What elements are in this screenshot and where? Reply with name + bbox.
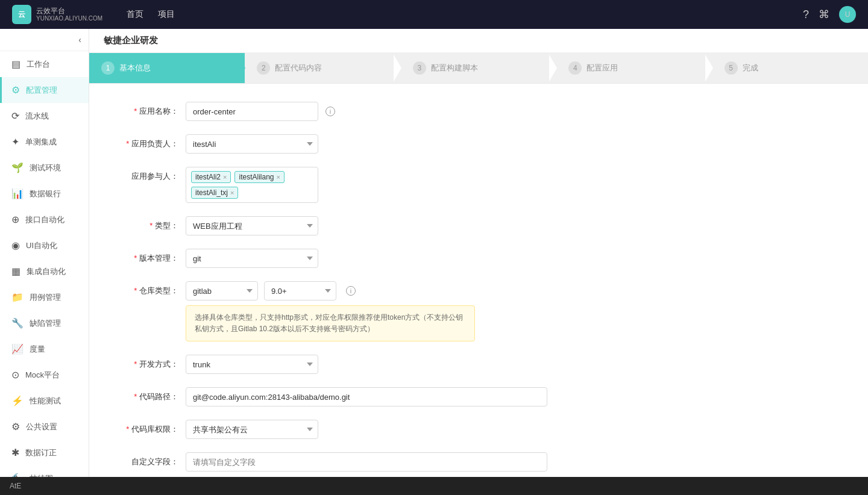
repo-version-select[interactable]: 9.0+ <box>264 281 336 300</box>
user-avatar[interactable]: U <box>839 6 856 23</box>
logo: 云 云效平台 YUNXIAO.ALIYUN.COM <box>12 5 102 24</box>
code-path-input[interactable] <box>186 387 547 406</box>
sidebar-item-perf[interactable]: ⚡ 性能测试 <box>0 388 89 414</box>
dev-mode-select[interactable]: trunk <box>186 355 318 374</box>
step-1-num: 1 <box>101 61 115 75</box>
repo-perm-row: 代码库权限： 共享书架公有云 <box>113 420 608 439</box>
custom-field-input[interactable] <box>186 452 547 472</box>
test-env-icon: 🌱 <box>11 162 24 173</box>
code-path-label: 代码路径： <box>113 387 186 402</box>
tag-label-1: itestAlilang <box>239 173 274 181</box>
sidebar-label-defect: 缺陷管理 <box>30 318 61 329</box>
unit-test-icon: ✦ <box>11 136 19 148</box>
help-icon[interactable]: ? <box>803 8 809 21</box>
page-title: 敏捷企业研发 <box>104 35 158 45</box>
sidebar-toggle[interactable]: ‹ <box>0 29 89 51</box>
custom-field-row: 自定义字段： <box>113 452 608 472</box>
sidebar-item-data-bank[interactable]: 📊 数据银行 <box>0 181 89 207</box>
step-3-arrow <box>549 53 564 83</box>
step-3-num: 3 <box>413 61 426 75</box>
sidebar-item-ui-auto[interactable]: ◉ UI自动化 <box>0 232 89 258</box>
step-3: 3 配置构建脚本 <box>401 53 556 83</box>
tag-label-2: itestAli_txj <box>195 188 228 197</box>
api-auto-icon: ⊕ <box>11 214 19 225</box>
sidebar-item-api-auto[interactable]: ⊕ 接口自动化 <box>0 207 89 232</box>
app-owner-select[interactable]: itestAli <box>186 134 318 154</box>
repo-type-info-icon[interactable]: i <box>346 286 356 296</box>
tag-label-0: itestAli2 <box>195 173 221 181</box>
sidebar-item-mock[interactable]: ⊙ Mock平台 <box>0 362 89 388</box>
sidebar-label-ui-auto: UI自动化 <box>26 240 57 251</box>
repo-type-row: 仓库类型： gitlab 9.0+ i 选择具体仓库类型，只支持http形式，对… <box>113 281 608 341</box>
mock-icon: ⊙ <box>11 369 19 381</box>
sidebar-item-usecase[interactable]: 📁 用例管理 <box>0 284 89 310</box>
sidebar-item-test-env[interactable]: 🌱 测试环境 <box>0 155 89 181</box>
step-4-arrow <box>705 53 720 83</box>
sidebar-item-settings[interactable]: ⚙ 公共设置 <box>0 414 89 440</box>
tag-close-1[interactable]: × <box>277 173 280 181</box>
repo-perm-label: 代码库权限： <box>113 420 186 435</box>
version-label: 版本管理： <box>113 249 186 264</box>
sidebar-label-config: 配置管理 <box>26 85 57 96</box>
sidebar-item-unit-test[interactable]: ✦ 单测集成 <box>0 129 89 155</box>
step-1: 1 基本信息 <box>89 53 245 83</box>
defect-icon: 🔧 <box>11 317 24 329</box>
tag-close-2[interactable]: × <box>230 189 234 196</box>
tag-member-1: itestAlilang × <box>234 171 284 183</box>
sidebar-label-settings: 公共设置 <box>26 422 57 432</box>
app-members-row: 应用参与人： itestAli2 × itestAlilang × itestA… <box>113 167 608 203</box>
sidebar: ‹ ▤ 工作台 ⚙ 配置管理 ⟳ 流水线 ✦ 单测集成 🌱 测试环境 📊 数据银… <box>0 29 89 495</box>
config-icon: ⚙ <box>11 84 20 96</box>
sidebar-label-mock: Mock平台 <box>25 370 60 381</box>
custom-field-field <box>186 452 608 472</box>
sidebar-label-unit-test: 单测集成 <box>25 137 57 148</box>
sidebar-item-workbench[interactable]: ▤ 工作台 <box>0 51 89 77</box>
step-5-num: 5 <box>725 61 738 75</box>
app-owner-label: 应用负责人： <box>113 134 186 149</box>
code-path-field <box>186 387 608 406</box>
tag-close-0[interactable]: × <box>223 173 227 181</box>
tag-member-2: itestAli_txj × <box>191 187 238 199</box>
type-row: 类型： WEB应用工程 <box>113 216 608 235</box>
app-name-input[interactable] <box>186 102 318 121</box>
step-3-label: 配置构建脚本 <box>431 63 478 73</box>
nav-project[interactable]: 项目 <box>158 9 175 20</box>
step-4-num: 4 <box>568 61 582 75</box>
app-name-label: 应用名称： <box>113 102 186 117</box>
data-bank-icon: 📊 <box>11 188 24 199</box>
repo-type-selects: gitlab 9.0+ i <box>186 281 608 300</box>
repo-perm-select[interactable]: 共享书架公有云 <box>186 420 318 439</box>
sidebar-label-workbench: 工作台 <box>27 59 50 70</box>
apps-icon[interactable]: ⌘ <box>819 8 829 21</box>
type-select[interactable]: WEB应用工程 <box>186 216 318 235</box>
collapse-icon[interactable]: ‹ <box>78 35 81 45</box>
repo-perm-field: 共享书架公有云 <box>186 420 608 439</box>
sidebar-label-pipeline: 流水线 <box>25 111 49 122</box>
app-name-info-icon[interactable]: i <box>326 107 335 116</box>
step-2-label: 配置代码内容 <box>275 63 322 73</box>
step-5: 5 完成 <box>712 53 868 83</box>
logo-icon: 云 <box>12 5 31 24</box>
app-members-tags[interactable]: itestAli2 × itestAlilang × itestAli_txj … <box>186 167 318 203</box>
step-5-label: 完成 <box>743 63 758 73</box>
repo-type-label: 仓库类型： <box>113 281 186 296</box>
sidebar-item-defect[interactable]: 🔧 缺陷管理 <box>0 310 89 336</box>
sidebar-item-data-fix[interactable]: ✱ 数据订正 <box>0 440 89 465</box>
nav-home[interactable]: 首页 <box>127 9 143 20</box>
sidebar-item-config[interactable]: ⚙ 配置管理 <box>0 77 89 103</box>
bottom-bar-text: AtE <box>10 482 21 490</box>
version-select[interactable]: git <box>186 249 318 268</box>
tag-member-0: itestAli2 × <box>191 171 231 183</box>
repo-type-select[interactable]: gitlab <box>186 281 258 300</box>
sidebar-item-integration[interactable]: ▦ 集成自动化 <box>0 258 89 284</box>
usecase-icon: 📁 <box>11 291 24 303</box>
step-1-arrow <box>237 53 252 83</box>
step-1-label: 基本信息 <box>119 63 151 73</box>
sidebar-item-measure[interactable]: 📈 度量 <box>0 336 89 362</box>
sidebar-label-test-env: 测试环境 <box>30 163 61 173</box>
sidebar-item-pipeline[interactable]: ⟳ 流水线 <box>0 103 89 129</box>
data-fix-icon: ✱ <box>11 447 19 458</box>
step-4: 4 配置应用 <box>556 53 712 83</box>
custom-field-label: 自定义字段： <box>113 452 186 467</box>
repo-hint-text: 选择具体仓库类型，只支持http形式，对应仓库权限推荐使用token方式（不支持… <box>195 313 463 333</box>
